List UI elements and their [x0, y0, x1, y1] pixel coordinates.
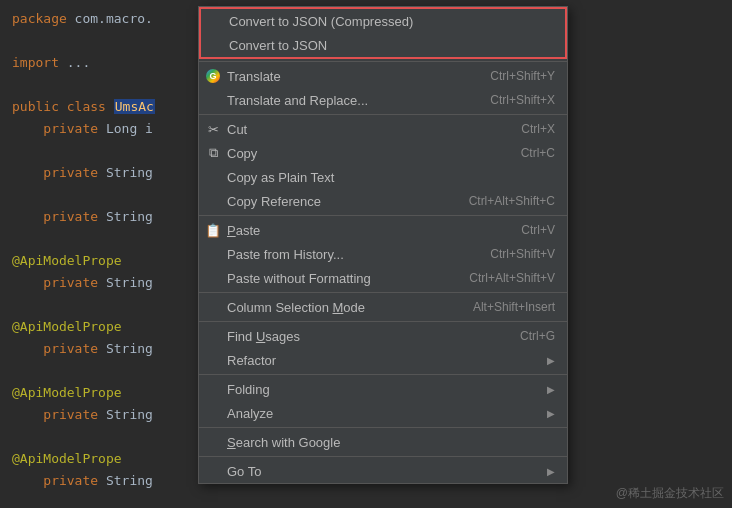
menu-item-paste[interactable]: 📋 Paste Ctrl+V [199, 218, 567, 242]
translate-icon: G [205, 68, 221, 84]
arrow-icon-analyze: ▶ [547, 408, 555, 419]
separator-6 [199, 374, 567, 375]
arrow-icon-folding: ▶ [547, 384, 555, 395]
menu-top-section: Convert to JSON (Compressed) Convert to … [199, 7, 567, 59]
separator-7 [199, 427, 567, 428]
scissors-icon: ✂ [205, 121, 221, 137]
menu-item-go-to[interactable]: Go To ▶ [199, 459, 567, 483]
separator-1 [199, 61, 567, 62]
menu-item-paste-history[interactable]: Paste from History... Ctrl+Shift+V [199, 242, 567, 266]
separator-4 [199, 292, 567, 293]
menu-item-refactor[interactable]: Refactor ▶ [199, 348, 567, 372]
arrow-icon-goto: ▶ [547, 466, 555, 477]
menu-item-copy-plain[interactable]: Copy as Plain Text [199, 165, 567, 189]
separator-2 [199, 114, 567, 115]
paste-icon: 📋 [205, 222, 221, 238]
copy-icon: ⧉ [205, 145, 221, 161]
separator-3 [199, 215, 567, 216]
menu-item-search-google[interactable]: Search with Google [199, 430, 567, 454]
menu-item-copy[interactable]: ⧉ Copy Ctrl+C [199, 141, 567, 165]
separator-8 [199, 456, 567, 457]
menu-item-analyze[interactable]: Analyze ▶ [199, 401, 567, 425]
arrow-icon: ▶ [547, 355, 555, 366]
context-menu: Convert to JSON (Compressed) Convert to … [198, 6, 568, 484]
menu-item-find-usages[interactable]: Find Usages Ctrl+G [199, 324, 567, 348]
menu-item-column-mode[interactable]: Column Selection Mode Alt+Shift+Insert [199, 295, 567, 319]
watermark: @稀土掘金技术社区 [616, 485, 724, 502]
menu-item-paste-no-format[interactable]: Paste without Formatting Ctrl+Alt+Shift+… [199, 266, 567, 290]
menu-item-translate[interactable]: G Translate Ctrl+Shift+Y [199, 64, 567, 88]
menu-item-cut[interactable]: ✂ Cut Ctrl+X [199, 117, 567, 141]
menu-item-convert-json-compressed[interactable]: Convert to JSON (Compressed) [201, 9, 565, 33]
separator-5 [199, 321, 567, 322]
menu-item-convert-json[interactable]: Convert to JSON [201, 33, 565, 57]
menu-item-copy-reference[interactable]: Copy Reference Ctrl+Alt+Shift+C [199, 189, 567, 213]
menu-item-folding[interactable]: Folding ▶ [199, 377, 567, 401]
menu-item-translate-replace[interactable]: Translate and Replace... Ctrl+Shift+X [199, 88, 567, 112]
